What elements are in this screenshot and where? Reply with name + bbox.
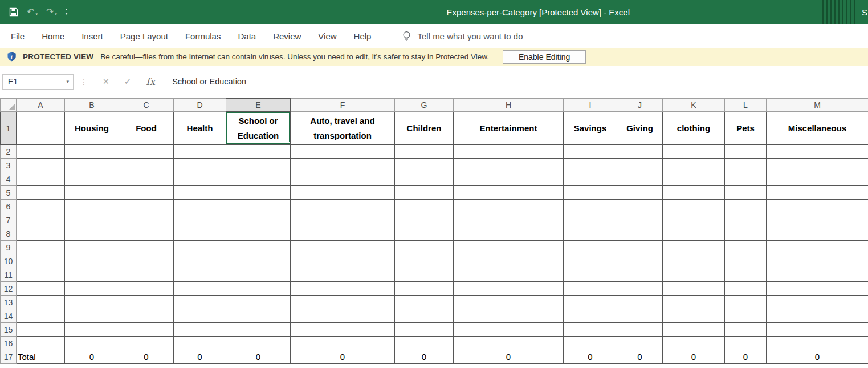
cell-A13[interactable] (17, 296, 65, 309)
cell-H11[interactable] (454, 268, 564, 282)
cell-J17[interactable]: 0 (617, 350, 663, 364)
column-header-H[interactable]: H (454, 99, 564, 112)
cell-F1[interactable]: Auto, travel and transportation (291, 112, 395, 145)
cell-C13[interactable] (119, 296, 174, 309)
cell-A12[interactable] (17, 282, 65, 296)
cell-G3[interactable] (395, 159, 454, 172)
row-header-16[interactable]: 16 (1, 337, 17, 350)
cell-D6[interactable] (174, 200, 226, 213)
cell-C11[interactable] (119, 268, 174, 282)
cell-J13[interactable] (617, 296, 663, 309)
cancel-entry-icon[interactable]: ✕ (103, 77, 109, 86)
cell-D13[interactable] (174, 296, 226, 309)
cell-L9[interactable] (725, 241, 767, 254)
cell-G13[interactable] (395, 296, 454, 309)
cell-I16[interactable] (564, 337, 617, 350)
cell-K3[interactable] (663, 159, 725, 172)
cell-C9[interactable] (119, 241, 174, 254)
cell-F6[interactable] (291, 200, 395, 213)
cell-K13[interactable] (663, 296, 725, 309)
cell-F17[interactable]: 0 (291, 350, 395, 364)
cell-D11[interactable] (174, 268, 226, 282)
name-box-dropdown-icon[interactable]: ▾ (66, 79, 69, 84)
cell-E7[interactable] (226, 213, 291, 227)
cell-J16[interactable] (617, 337, 663, 350)
cell-K10[interactable] (663, 254, 725, 268)
cell-D16[interactable] (174, 337, 226, 350)
cell-H14[interactable] (454, 309, 564, 323)
cell-B1[interactable]: Housing (65, 112, 119, 145)
row-header-7[interactable]: 7 (1, 213, 17, 227)
cell-B17[interactable]: 0 (65, 350, 119, 364)
cell-A11[interactable] (17, 268, 65, 282)
cell-I4[interactable] (564, 172, 617, 186)
column-header-F[interactable]: F (291, 99, 395, 112)
column-header-C[interactable]: C (119, 99, 174, 112)
cell-E4[interactable] (226, 172, 291, 186)
cell-D2[interactable] (174, 145, 226, 159)
cell-K14[interactable] (663, 309, 725, 323)
cell-E3[interactable] (226, 159, 291, 172)
row-header-1[interactable]: 1 (1, 112, 17, 145)
cell-M5[interactable] (767, 186, 868, 200)
tab-home[interactable]: Home (33, 31, 73, 41)
cell-B8[interactable] (65, 227, 119, 241)
cell-C17[interactable]: 0 (119, 350, 174, 364)
row-header-8[interactable]: 8 (1, 227, 17, 241)
cell-E17[interactable]: 0 (226, 350, 291, 364)
cell-E9[interactable] (226, 241, 291, 254)
row-header-17[interactable]: 17 (1, 350, 17, 364)
cell-K4[interactable] (663, 172, 725, 186)
cell-F12[interactable] (291, 282, 395, 296)
cell-M1[interactable]: Miscellaneous (767, 112, 868, 145)
cell-H3[interactable] (454, 159, 564, 172)
cell-J7[interactable] (617, 213, 663, 227)
cell-G5[interactable] (395, 186, 454, 200)
cell-L5[interactable] (725, 186, 767, 200)
cell-M11[interactable] (767, 268, 868, 282)
cell-F8[interactable] (291, 227, 395, 241)
cell-J10[interactable] (617, 254, 663, 268)
cell-I11[interactable] (564, 268, 617, 282)
cell-K7[interactable] (663, 213, 725, 227)
cell-G2[interactable] (395, 145, 454, 159)
cell-G10[interactable] (395, 254, 454, 268)
cell-E6[interactable] (226, 200, 291, 213)
cell-H6[interactable] (454, 200, 564, 213)
cell-F10[interactable] (291, 254, 395, 268)
cell-L1[interactable]: Pets (725, 112, 767, 145)
cell-D1[interactable]: Health (174, 112, 226, 145)
row-header-10[interactable]: 10 (1, 254, 17, 268)
column-header-E[interactable]: E (226, 99, 291, 112)
cell-H7[interactable] (454, 213, 564, 227)
cell-I14[interactable] (564, 309, 617, 323)
cell-L6[interactable] (725, 200, 767, 213)
cell-K16[interactable] (663, 337, 725, 350)
cell-A7[interactable] (17, 213, 65, 227)
cell-G6[interactable] (395, 200, 454, 213)
cell-F11[interactable] (291, 268, 395, 282)
cell-L8[interactable] (725, 227, 767, 241)
cell-D5[interactable] (174, 186, 226, 200)
tab-insert[interactable]: Insert (73, 31, 112, 41)
undo-button[interactable]: ↶ ▾ (27, 7, 38, 17)
tell-me-box[interactable]: Tell me what you want to do (402, 31, 523, 42)
cell-E16[interactable] (226, 337, 291, 350)
row-header-11[interactable]: 11 (1, 268, 17, 282)
cell-J2[interactable] (617, 145, 663, 159)
cell-F13[interactable] (291, 296, 395, 309)
cell-B13[interactable] (65, 296, 119, 309)
cell-D3[interactable] (174, 159, 226, 172)
cell-G14[interactable] (395, 309, 454, 323)
row-header-13[interactable]: 13 (1, 296, 17, 309)
cell-M6[interactable] (767, 200, 868, 213)
cell-K11[interactable] (663, 268, 725, 282)
cell-J12[interactable] (617, 282, 663, 296)
cell-H8[interactable] (454, 227, 564, 241)
tab-formulas[interactable]: Formulas (177, 31, 230, 41)
cell-B16[interactable] (65, 337, 119, 350)
cell-L14[interactable] (725, 309, 767, 323)
cell-G7[interactable] (395, 213, 454, 227)
tab-page-layout[interactable]: Page Layout (112, 31, 177, 41)
cell-E11[interactable] (226, 268, 291, 282)
